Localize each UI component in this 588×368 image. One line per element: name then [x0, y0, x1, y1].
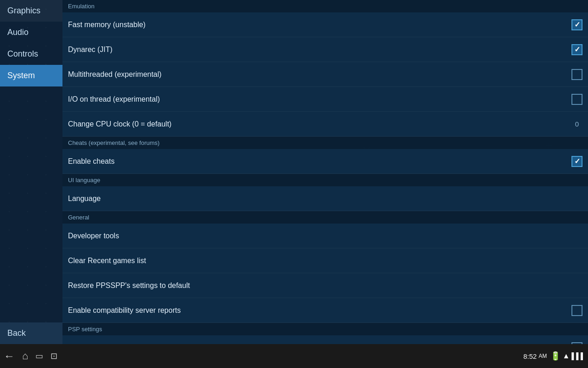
signal-icon: ▌▌▌	[571, 352, 585, 360]
section-header-psp-settings: PSP settings	[62, 323, 588, 335]
sidebar-item-graphics[interactable]: Graphics	[0, 0, 62, 22]
android-recents-icon[interactable]: ▭	[32, 347, 47, 365]
sidebar-nav: Graphics Audio Controls System	[0, 0, 62, 86]
setting-language[interactable]: Language	[62, 186, 588, 211]
android-nav-bar: ← ⌂ ▭ ⊡ 8:52 AM 🔋 ▲ ▌▌▌	[0, 344, 588, 368]
main-area: △ ○ ✕ □ ✕ △ + Graphics Audio Controls Sy…	[0, 0, 588, 344]
checkbox-enable-cheats[interactable]	[571, 156, 582, 167]
wifi-icon: ▲	[562, 352, 570, 360]
setting-daylight-savings[interactable]: Daylight savings	[62, 335, 588, 344]
sidebar-item-controls[interactable]: Controls	[0, 43, 62, 65]
setting-value-cpu-clock: 0	[575, 120, 579, 128]
setting-label-restore-defaults: Restore PPSSPP's settings to default	[68, 282, 582, 290]
setting-label-clear-recent: Clear Recent games list	[68, 257, 582, 265]
setting-developer-tools[interactable]: Developer tools	[62, 224, 588, 248]
setting-label-language: Language	[68, 195, 582, 203]
setting-label-enable-cheats: Enable cheats	[68, 157, 571, 166]
setting-cpu-clock[interactable]: Change CPU clock (0 = default) 0	[62, 112, 588, 137]
checkbox-multithreaded[interactable]	[571, 69, 582, 80]
section-header-ui-language: UI language	[62, 174, 588, 186]
checkbox-dynarec[interactable]	[571, 44, 582, 55]
back-button[interactable]: Back	[0, 322, 62, 344]
status-time: 8:52	[523, 352, 537, 360]
setting-compat-reports[interactable]: Enable compatibility server reports	[62, 298, 588, 323]
setting-restore-defaults[interactable]: Restore PPSSPP's settings to default	[62, 273, 588, 298]
setting-label-developer-tools: Developer tools	[68, 232, 582, 240]
battery-icon: 🔋	[550, 351, 560, 361]
setting-io-thread[interactable]: I/O on thread (experimental)	[62, 87, 588, 112]
setting-fast-memory[interactable]: Fast memory (unstable)	[62, 12, 588, 37]
android-back-icon[interactable]: ←	[0, 346, 18, 366]
android-home-icon[interactable]: ⌂	[18, 346, 32, 366]
setting-label-multithreaded: Multithreaded (experimental)	[68, 70, 571, 79]
setting-dynarec[interactable]: Dynarec (JIT)	[62, 37, 588, 62]
android-screenshot-icon[interactable]: ⊡	[47, 347, 61, 365]
section-header-emulation: Emulation	[62, 0, 588, 12]
sidebar-item-audio[interactable]: Audio	[0, 22, 62, 43]
setting-multithreaded[interactable]: Multithreaded (experimental)	[62, 62, 588, 87]
setting-label-compat-reports: Enable compatibility server reports	[68, 306, 571, 315]
section-header-general: General	[62, 211, 588, 224]
setting-label-fast-memory: Fast memory (unstable)	[68, 21, 571, 29]
sidebar-item-system[interactable]: System	[0, 65, 62, 86]
status-ampm: AM	[538, 353, 547, 359]
sidebar: △ ○ ✕ □ ✕ △ + Graphics Audio Controls Sy…	[0, 0, 62, 344]
checkbox-compat-reports[interactable]	[571, 305, 582, 316]
setting-label-io-thread: I/O on thread (experimental)	[68, 95, 571, 104]
checkbox-daylight-savings[interactable]	[571, 342, 582, 345]
setting-label-dynarec: Dynarec (JIT)	[68, 46, 571, 54]
setting-label-cpu-clock: Change CPU clock (0 = default)	[68, 120, 575, 128]
section-header-cheats: Cheats (experimental, see forums)	[62, 137, 588, 149]
checkbox-io-thread[interactable]	[571, 94, 582, 105]
settings-content: △ ✕ ○ □ ✕ △ + ○ □ △ ✕ ○ △ ✕ □ + Emulatio…	[62, 0, 588, 344]
setting-label-daylight-savings: Daylight savings	[68, 344, 571, 345]
setting-enable-cheats[interactable]: Enable cheats	[62, 149, 588, 174]
setting-clear-recent[interactable]: Clear Recent games list	[62, 248, 588, 273]
checkbox-fast-memory[interactable]	[571, 19, 582, 30]
